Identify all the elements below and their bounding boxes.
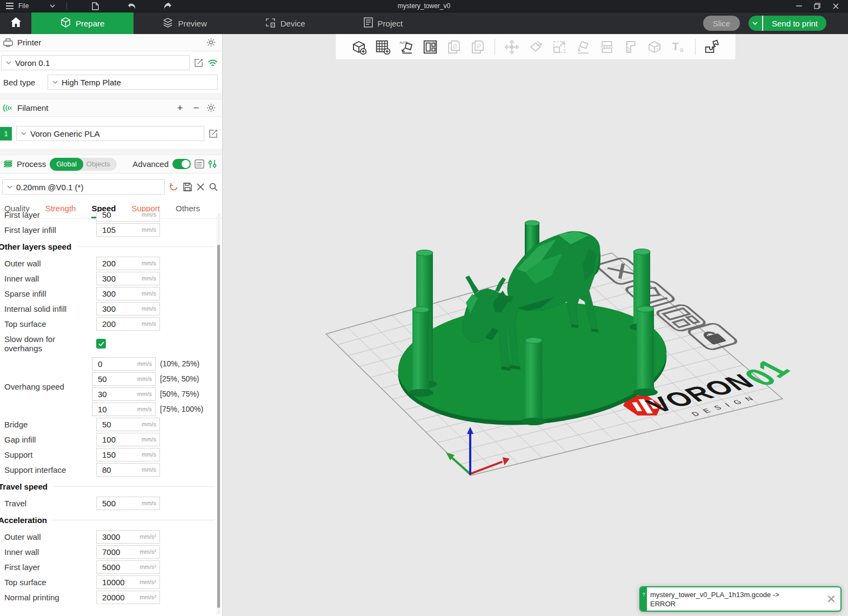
setting-input[interactable]: 20000mm/s² <box>96 591 160 604</box>
setting-value[interactable]: 200 <box>102 319 116 329</box>
viewport-3d[interactable]: VORON D E S I G N 01 <box>223 34 848 616</box>
filament-slot-badge[interactable]: 1 <box>0 127 12 140</box>
setting-input[interactable]: 50mm/s <box>96 212 160 222</box>
toast-close-icon[interactable]: ✕ <box>822 587 840 611</box>
tune-parameters-icon[interactable] <box>208 159 217 169</box>
tab-device[interactable]: Device <box>236 12 335 34</box>
add-filament-button[interactable]: + <box>174 102 186 114</box>
setting-value[interactable]: 100 <box>102 435 116 444</box>
maximize-button[interactable] <box>810 1 824 11</box>
setting-value[interactable]: 5000 <box>102 563 120 572</box>
tab-prepare[interactable]: Prepare <box>31 12 133 34</box>
auto-orient-icon[interactable]: AUTO <box>397 37 416 57</box>
setting-input[interactable]: 50mm/s <box>92 372 156 386</box>
send-to-print-combo[interactable]: Send to print <box>749 16 826 31</box>
assembly-icon[interactable] <box>703 37 722 57</box>
add-plate-icon[interactable] <box>373 37 392 57</box>
setting-value[interactable]: 50 <box>102 420 111 429</box>
setting-input[interactable]: 150mm/s <box>96 448 160 461</box>
move-icon[interactable] <box>502 37 522 57</box>
cut-icon[interactable] <box>597 37 617 57</box>
scope-global[interactable]: Global <box>50 158 83 171</box>
redo-icon[interactable] <box>162 1 173 11</box>
setting-value[interactable]: 20000 <box>102 593 125 602</box>
lay-on-face-icon[interactable] <box>573 37 593 57</box>
printer-select[interactable]: Voron 0.1 <box>1 55 190 70</box>
filament-select[interactable]: Voron Generic PLA <box>16 126 204 141</box>
setting-value[interactable]: 200 <box>102 259 116 268</box>
setting-value[interactable]: 105 <box>102 225 116 235</box>
setting-value[interactable]: 500 <box>102 499 116 508</box>
printer-connection-wifi-icon[interactable] <box>208 59 218 67</box>
scrollbar-thumb[interactable] <box>217 245 220 608</box>
close-button[interactable] <box>829 1 843 11</box>
setting-input[interactable]: 200mm/s <box>96 257 160 270</box>
setting-value[interactable]: 80 <box>102 465 111 474</box>
support-paint-icon[interactable] <box>621 37 640 57</box>
slow-down-overhangs-checkbox[interactable] <box>96 339 106 349</box>
setting-input[interactable]: 100mm/s <box>96 433 160 446</box>
setting-input[interactable]: 300mm/s <box>96 302 160 316</box>
tab-project[interactable]: Project <box>335 12 432 34</box>
chevron-down-icon[interactable] <box>47 1 58 11</box>
scale-icon[interactable] <box>550 37 569 57</box>
setting-value[interactable]: 300 <box>102 274 116 283</box>
search-icon[interactable] <box>209 183 218 191</box>
edit-printer-icon[interactable] <box>194 58 203 68</box>
undo-icon[interactable] <box>126 1 137 11</box>
hamburger-menu-icon[interactable] <box>4 1 15 11</box>
scope-objects[interactable]: Objects <box>83 160 117 168</box>
minimize-button[interactable] <box>792 1 806 11</box>
setting-input[interactable]: 300mm/s <box>96 272 160 285</box>
setting-value[interactable]: 3000 <box>102 532 120 541</box>
setting-input[interactable]: 5000mm/s² <box>96 560 160 574</box>
process-scope-segment[interactable]: Global Objects <box>50 158 117 171</box>
rotate-icon[interactable] <box>526 37 545 57</box>
filament-settings-gear-icon[interactable] <box>206 103 216 112</box>
printer-settings-gear-icon[interactable] <box>206 38 216 47</box>
home-button[interactable] <box>0 12 31 34</box>
mesh-boolean-icon[interactable] <box>645 37 664 57</box>
setting-input[interactable]: 30mm/s <box>92 387 156 401</box>
setting-value[interactable]: 50 <box>102 212 111 219</box>
process-preset-select[interactable]: 0.20mm @V0.1 (*) <box>2 179 165 195</box>
edit-filament-icon[interactable] <box>209 129 218 138</box>
setting-value[interactable]: 300 <box>102 304 116 313</box>
add-object-icon[interactable] <box>349 37 369 57</box>
setting-input[interactable]: 7000mm/s² <box>96 545 160 559</box>
tab-preview[interactable]: Preview <box>133 12 236 34</box>
setting-input[interactable]: 80mm/s <box>96 463 160 477</box>
advanced-toggle[interactable] <box>172 159 191 169</box>
setting-value[interactable]: 10000 <box>102 578 125 587</box>
remove-filament-button[interactable]: − <box>190 102 202 114</box>
reset-preset-icon[interactable] <box>169 183 178 191</box>
clear-preset-icon[interactable] <box>197 183 204 191</box>
parameter-list-icon[interactable] <box>195 159 204 169</box>
setting-input[interactable]: 0mm/s <box>92 357 156 371</box>
new-project-icon[interactable] <box>90 1 101 11</box>
text-tool-icon[interactable]: Ta <box>669 37 688 57</box>
save-preset-icon[interactable] <box>183 183 192 191</box>
bed-type-select[interactable]: High Temp Plate <box>48 75 218 90</box>
setting-input[interactable]: 50mm/s <box>96 418 160 431</box>
setting-input[interactable]: 3000mm/s² <box>96 530 160 544</box>
slice-button[interactable]: Slice <box>703 16 740 31</box>
setting-input[interactable]: 10mm/s <box>92 403 156 416</box>
setting-value[interactable]: 7000 <box>102 547 120 557</box>
paste-icon[interactable]: P <box>468 37 488 57</box>
arrange-icon[interactable] <box>420 37 440 57</box>
send-options-chevron-icon[interactable] <box>749 16 763 31</box>
file-menu[interactable]: File <box>18 2 29 10</box>
copy-icon[interactable]: 0 <box>444 37 464 57</box>
setting-input[interactable]: 10000mm/s² <box>96 575 160 589</box>
setting-input[interactable]: 500mm/s <box>96 497 160 510</box>
settings-scrollbar[interactable] <box>217 213 221 614</box>
build-plate-scene[interactable]: VORON D E S I G N 01 <box>223 34 848 616</box>
setting-value[interactable]: 150 <box>102 450 116 459</box>
setting-input[interactable]: 300mm/s <box>96 287 160 300</box>
send-to-print-button[interactable]: Send to print <box>763 19 826 28</box>
setting-input[interactable]: 200mm/s <box>96 317 160 331</box>
settings-list[interactable]: First layer 50mm/s First layer infill 10… <box>0 212 216 616</box>
setting-value[interactable]: 300 <box>102 289 116 298</box>
setting-input[interactable]: 105mm/s <box>96 223 160 237</box>
